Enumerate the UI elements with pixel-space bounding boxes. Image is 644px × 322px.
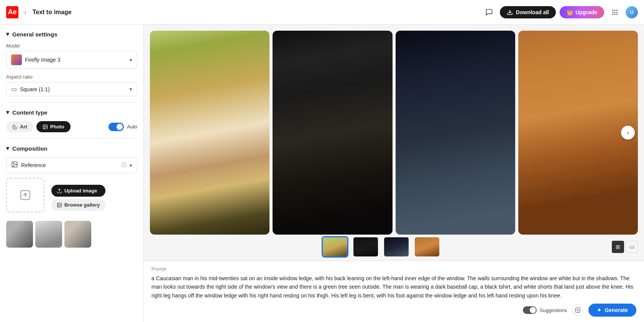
- svg-point-4: [612, 12, 613, 13]
- enhance-icon: [575, 307, 580, 313]
- suggestions-toggle: Suggestions: [523, 306, 567, 314]
- general-settings-header[interactable]: ▾ General settings: [6, 31, 137, 38]
- prompt-area: Prompt a Caucasian man in his mid-twenti…: [144, 261, 644, 322]
- auto-toggle[interactable]: [108, 123, 124, 131]
- upload-controls: Upload image Browse gallery: [6, 178, 137, 216]
- back-button[interactable]: ‹: [22, 8, 29, 17]
- svg-point-18: [58, 204, 59, 205]
- image-gallery: ›: [144, 25, 644, 235]
- content-type-chevron: ▾: [6, 109, 9, 116]
- svg-point-5: [614, 12, 616, 13]
- download-all-button[interactable]: Download all: [500, 6, 556, 18]
- general-settings-chevron: ▾: [6, 31, 9, 38]
- composition-label: Composition: [12, 145, 48, 152]
- upgrade-button[interactable]: 👑 Upgrade: [560, 6, 604, 18]
- model-select[interactable]: Firefly Image 3 ▾: [6, 51, 137, 69]
- grid-view-button[interactable]: ⊞: [612, 241, 624, 253]
- auto-label: Auto: [127, 124, 137, 130]
- apps-button[interactable]: [608, 5, 622, 19]
- next-arrow-icon: ›: [627, 130, 629, 136]
- model-name: Firefly Image 3: [25, 57, 127, 63]
- model-thumb: [11, 54, 22, 65]
- photo-label: Photo: [50, 124, 64, 130]
- composition-header[interactable]: ▾ Composition: [6, 145, 137, 152]
- upload-image-label: Upload image: [64, 188, 97, 194]
- download-all-label: Download all: [516, 9, 549, 15]
- photo-button[interactable]: Photo: [36, 121, 71, 132]
- header-left: Ae ‹ Text to image: [6, 6, 478, 18]
- composition-section: ▾ Composition Reference ⓘ ▾ Upload: [6, 145, 137, 248]
- gallery-image-3[interactable]: [396, 31, 515, 235]
- gallery-image-2-inner: [273, 31, 392, 235]
- generate-button[interactable]: ✦ Generate: [588, 304, 636, 317]
- suggestions-label: Suggestions: [540, 307, 567, 313]
- reference-thumbnails: [6, 221, 137, 248]
- thumbnails-section: ⊞ ▭: [144, 235, 644, 261]
- generate-icon: ✦: [597, 307, 601, 313]
- svg-point-7: [612, 13, 613, 15]
- thumbnail-3[interactable]: [383, 236, 410, 258]
- upgrade-label: Upgrade: [575, 9, 597, 15]
- aspect-ratio-chevron-icon: ▾: [130, 86, 132, 92]
- reference-row[interactable]: Reference ⓘ ▾: [6, 157, 137, 173]
- thumbnail-2[interactable]: [352, 236, 379, 258]
- sidebar: ▾ General settings Model Firefly Image 3…: [0, 25, 144, 322]
- upload-image-button[interactable]: Upload image: [51, 185, 105, 197]
- browse-gallery-button[interactable]: Browse gallery: [51, 199, 105, 211]
- chat-button[interactable]: [482, 5, 496, 19]
- composition-chevron: ▾: [6, 145, 9, 152]
- ref-thumbnail-1[interactable]: [6, 221, 33, 248]
- divider-1: [6, 102, 137, 103]
- ref-thumbnail-2[interactable]: [35, 221, 62, 248]
- header-right: Download all 👑 Upgrade U: [482, 5, 638, 19]
- ref-thumbnail-3[interactable]: [64, 221, 91, 248]
- enhance-button[interactable]: [572, 304, 584, 316]
- gallery-image-1[interactable]: [150, 31, 269, 235]
- header: Ae ‹ Text to image Download all 👑 Upgrad…: [0, 0, 644, 25]
- thumbnail-1[interactable]: [322, 236, 348, 258]
- auto-toggle-row: Auto: [108, 123, 137, 131]
- svg-point-9: [616, 13, 618, 15]
- single-view-button[interactable]: ▭: [626, 241, 638, 253]
- photo-icon: [43, 124, 48, 130]
- apps-icon: [611, 9, 618, 16]
- prompt-text[interactable]: a Caucasian man in his mid-twenties sat …: [151, 274, 636, 300]
- content-type-label: Content type: [12, 109, 48, 116]
- gallery-image-4[interactable]: ›: [518, 31, 638, 235]
- aspect-ratio-field: Aspect ratio ▭ Square (1:1) ▾: [6, 74, 137, 96]
- aspect-ratio-label: Aspect ratio: [6, 74, 137, 80]
- page-title: Text to image: [33, 9, 72, 16]
- svg-point-13: [13, 163, 14, 164]
- thumbnail-2-inner: [353, 237, 378, 256]
- suggestions-knob: [530, 307, 536, 313]
- main-layout: ▾ General settings Model Firefly Image 3…: [0, 25, 644, 322]
- single-view-icon: ▭: [629, 244, 634, 250]
- thumbnails-inner: [150, 236, 612, 258]
- back-icon: ‹: [25, 9, 26, 15]
- content-area: › ⊞: [144, 25, 644, 322]
- avatar[interactable]: U: [626, 6, 638, 18]
- gallery-image-3-inner: [396, 31, 515, 235]
- reference-label: Reference: [21, 162, 118, 168]
- browse-icon: [57, 202, 62, 208]
- aspect-ratio-icon: ▭: [11, 85, 17, 93]
- model-chevron-icon: ▾: [130, 57, 132, 63]
- svg-point-11: [44, 126, 45, 127]
- content-type-header[interactable]: ▾ Content type: [6, 109, 137, 116]
- chat-icon: [485, 8, 493, 16]
- svg-point-8: [614, 13, 616, 15]
- upload-drop-zone[interactable]: [6, 178, 44, 212]
- next-arrow-button[interactable]: ›: [621, 126, 635, 140]
- reference-icon: [11, 161, 18, 169]
- aspect-ratio-select[interactable]: ▭ Square (1:1) ▾: [6, 82, 137, 96]
- thumbnail-4[interactable]: [414, 236, 440, 258]
- model-label: Model: [6, 43, 137, 49]
- info-icon[interactable]: ⓘ: [122, 162, 127, 169]
- upload-drop-icon: [20, 190, 31, 200]
- crown-icon: 👑: [567, 9, 573, 15]
- art-button[interactable]: Art: [6, 121, 33, 132]
- general-settings-label: General settings: [12, 31, 58, 38]
- gallery-image-2[interactable]: [273, 31, 392, 235]
- thumbnail-1-inner: [323, 237, 347, 256]
- suggestions-switch[interactable]: [523, 306, 537, 314]
